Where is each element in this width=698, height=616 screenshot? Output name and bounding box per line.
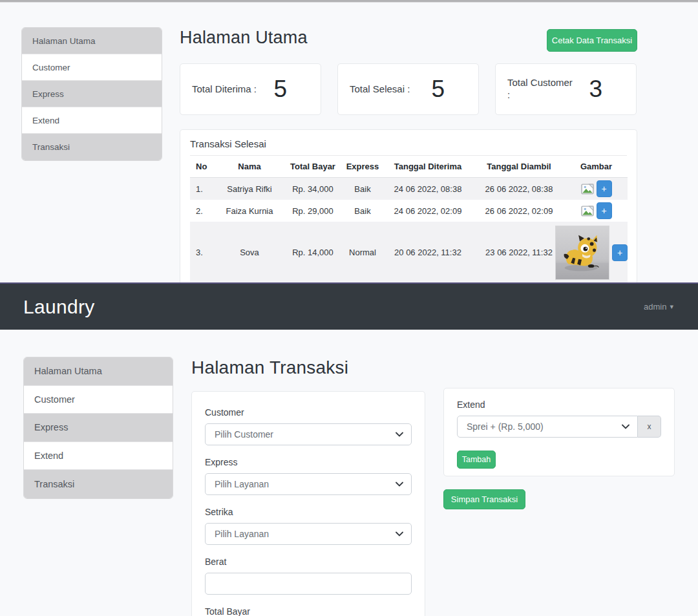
sidebar-item-label: Extend: [32, 116, 59, 125]
cell-gambar: +: [565, 180, 628, 197]
cell-tanggal-diambil: 23 06 2022, 11:32: [473, 248, 565, 257]
cell-tanggal-diterima: 20 06 2022, 11:32: [383, 248, 473, 257]
col-header-tanggal-diambil: Tanggal Diambil: [473, 162, 565, 171]
cell-no: 3.: [190, 248, 216, 257]
add-extend-button[interactable]: Tambah: [457, 451, 496, 469]
top-navbar: Laundry admin ▾: [0, 282, 698, 330]
expand-row-button[interactable]: +: [612, 244, 628, 261]
express-select[interactable]: Pilih Layanan: [205, 473, 412, 495]
berat-label: Berat: [205, 557, 412, 568]
sidebar-item-label: Express: [32, 89, 64, 99]
broken-image-icon: [581, 184, 594, 195]
sidebar-item-customer[interactable]: Customer: [24, 386, 173, 414]
sidebar-home: Halaman Utama Customer Express Extend Tr…: [21, 27, 162, 161]
user-dropdown[interactable]: admin ▾: [644, 302, 673, 312]
cat-toy-photo[interactable]: [555, 226, 609, 280]
sidebar-item-label: Transaksi: [32, 142, 70, 152]
screenshot-canvas: Halaman Utama Customer Express Extend Tr…: [0, 0, 698, 616]
express-select-value: Pilih Layanan: [215, 479, 269, 489]
col-header-total-bayar: Total Bayar: [283, 162, 343, 171]
cell-nama: Sova: [216, 248, 283, 257]
stat-label: Total Diterima :: [192, 83, 257, 96]
stat-label: Total Selesai :: [350, 83, 410, 96]
cell-gambar: +: [565, 226, 628, 280]
table-row: 2. Faiza Kurnia Rp. 29,000 Baik 24 06 20…: [190, 200, 628, 222]
cell-total-bayar: Rp. 34,000: [283, 184, 343, 194]
cell-total-bayar: Rp. 14,000: [283, 248, 343, 257]
berat-input[interactable]: [205, 573, 412, 595]
col-header-no: No: [190, 162, 216, 171]
sidebar-item-transaksi[interactable]: Transaksi: [24, 470, 173, 498]
sidebar-item-label: Customer: [32, 63, 70, 72]
col-header-nama: Nama: [216, 162, 283, 171]
cell-express: Baik: [343, 206, 383, 216]
customer-label: Customer: [205, 407, 412, 418]
setrika-select-value: Pilih Layanan: [215, 529, 269, 539]
chevron-down-icon: [396, 531, 403, 536]
customer-select-value: Pilih Customer: [215, 429, 273, 440]
remove-extend-button[interactable]: x: [638, 416, 661, 438]
extend-select-value: Sprei + (Rp. 5,000): [467, 421, 544, 432]
user-dropdown-label: admin: [644, 302, 666, 312]
setrika-select[interactable]: Pilih Layanan: [205, 523, 412, 545]
sidebar-item-halaman-utama[interactable]: Halaman Utama: [24, 357, 173, 386]
cell-tanggal-diterima: 24 06 2022, 02:09: [383, 206, 473, 216]
sidebar-item-label: Extend: [34, 451, 63, 461]
sidebar-item-halaman-utama[interactable]: Halaman Utama: [22, 28, 162, 54]
sidebar-item-label: Halaman Utama: [34, 366, 102, 376]
cell-nama: Faiza Kurnia: [216, 206, 283, 216]
stat-value: 5: [431, 76, 445, 103]
stat-card-diterima: Total Diterima : 5: [180, 63, 321, 115]
cell-express: Baik: [343, 184, 383, 194]
stat-label: Total Customer :: [507, 77, 575, 101]
stat-value: 3: [589, 76, 602, 103]
chevron-down-icon: [396, 482, 403, 487]
brand-logo[interactable]: Laundry: [23, 296, 95, 318]
setrika-label: Setrika: [205, 507, 412, 518]
sidebar-item-label: Customer: [34, 394, 75, 405]
expand-row-button[interactable]: +: [597, 180, 612, 197]
stat-card-customer: Total Customer : 3: [495, 63, 637, 115]
table-row: 1. Satriya Rifki Rp. 34,000 Baik 24 06 2…: [190, 178, 628, 200]
sidebar-item-transaksi[interactable]: Transaksi: [22, 134, 162, 160]
sidebar-item-extend[interactable]: Extend: [22, 107, 162, 134]
cell-nama: Satriya Rifki: [216, 184, 283, 194]
chevron-down-icon: [622, 424, 629, 429]
page-title: Halaman Transaksi: [191, 357, 348, 378]
cell-no: 1.: [190, 184, 216, 194]
extend-select[interactable]: Sprei + (Rp. 5,000): [457, 416, 638, 438]
sidebar-item-customer[interactable]: Customer: [22, 54, 162, 81]
cell-tanggal-diterima: 24 06 2022, 08:38: [383, 184, 473, 194]
sidebar-item-label: Express: [34, 422, 68, 432]
extend-panel-card: Extend Sprei + (Rp. 5,000) x Tambah: [443, 388, 675, 476]
cell-gambar: +: [565, 202, 628, 219]
stat-card-selesai: Total Selesai : 5: [337, 63, 479, 115]
stat-value: 5: [273, 76, 287, 103]
save-transaction-button[interactable]: Simpan Transaksi: [443, 489, 525, 509]
print-transactions-button[interactable]: Cetak Data Transaksi: [547, 29, 637, 52]
express-label: Express: [205, 457, 412, 468]
col-header-gambar: Gambar: [565, 162, 628, 171]
cell-tanggal-diambil: 26 06 2022, 02:09: [473, 206, 565, 216]
sidebar-item-label: Transaksi: [34, 479, 74, 489]
sidebar-item-label: Halaman Utama: [32, 36, 96, 46]
sidebar-transaksi: Halaman Utama Customer Express Extend Tr…: [23, 357, 173, 499]
customer-select[interactable]: Pilih Customer: [205, 423, 412, 445]
sidebar-item-express[interactable]: Express: [22, 81, 162, 107]
cell-no: 2.: [190, 206, 216, 216]
chevron-down-icon: ▾: [670, 303, 673, 311]
stats-row: Total Diterima : 5 Total Selesai : 5 Tot…: [180, 63, 637, 115]
broken-image-icon: [581, 206, 594, 217]
cell-total-bayar: Rp. 29,000: [283, 206, 343, 216]
cell-express: Normal: [343, 248, 383, 257]
extend-input-group: Sprei + (Rp. 5,000) x: [457, 416, 661, 438]
col-header-tanggal-diterima: Tanggal Diterima: [383, 162, 473, 171]
sidebar-item-extend[interactable]: Extend: [24, 442, 173, 471]
expand-row-button[interactable]: +: [597, 202, 612, 219]
transaction-form-card: Customer Pilih Customer Express Pilih La…: [191, 391, 425, 616]
chevron-down-icon: [396, 432, 403, 437]
finished-transactions-card: Transaksi Selesai No Nama Total Bayar Ex…: [180, 129, 637, 283]
sidebar-item-express[interactable]: Express: [24, 414, 173, 442]
table-row: 3. Sova Rp. 14,000 Normal 20 06 2022, 11…: [190, 222, 628, 283]
cell-tanggal-diambil: 26 06 2022, 08:38: [473, 184, 565, 194]
